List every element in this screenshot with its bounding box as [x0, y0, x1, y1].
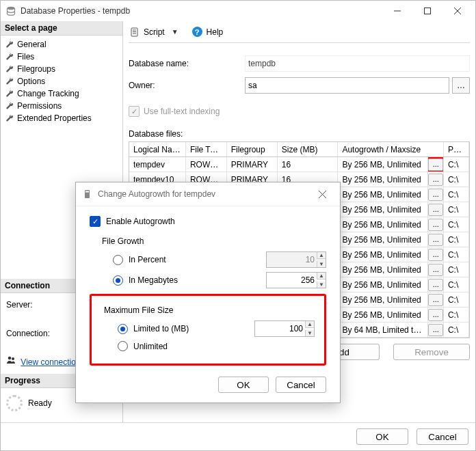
svg-point-5: [8, 357, 12, 360]
cell-path: C:\: [443, 262, 468, 277]
table-row[interactable]: tempdevROWS...PRIMARY16By 256 MB, Unlimi…: [129, 157, 469, 172]
cell-path: C:\: [443, 277, 468, 292]
autogrowth-edit-button[interactable]: ...: [428, 204, 443, 216]
sidebar-item-label: Permissions: [17, 101, 62, 111]
autogrowth-edit-button[interactable]: ...: [428, 249, 443, 261]
fulltext-checkbox: ✓ Use full-text indexing: [129, 106, 470, 117]
ok-button[interactable]: OK: [356, 428, 408, 445]
cell-autogrowth: By 64 MB, Limited to 2...: [338, 323, 428, 338]
percent-radio[interactable]: [113, 255, 123, 265]
people-icon: [6, 355, 16, 365]
cell-autogrowth: By 256 MB, Unlimited: [338, 157, 428, 172]
svg-point-0: [8, 7, 15, 10]
sidebar-item-change-tracking[interactable]: Change Tracking: [3, 87, 120, 100]
col-logical-name[interactable]: Logical Name: [129, 142, 185, 157]
cell-autogrowth: By 256 MB, Unlimited: [338, 232, 428, 247]
cell-path: C:\: [443, 232, 468, 247]
col-filegroup[interactable]: Filegroup: [226, 142, 277, 157]
cell-path: C:\: [443, 292, 468, 308]
remove-button[interactable]: Remove: [393, 344, 470, 360]
wrench-icon: [5, 113, 14, 123]
spin-up-icon[interactable]: ▲: [317, 273, 326, 279]
col-size[interactable]: Size (MB): [277, 142, 338, 157]
spin-up-icon: ▲: [317, 252, 326, 259]
unlimited-radio[interactable]: [118, 341, 128, 351]
fulltext-label: Use full-text indexing: [144, 107, 220, 116]
wrench-icon: [5, 89, 14, 98]
cell-path: C:\: [443, 217, 468, 232]
cell-autogrowth: By 256 MB, Unlimited: [338, 187, 428, 202]
sidebar-item-general[interactable]: General: [3, 38, 120, 51]
dialog-cancel-button[interactable]: Cancel: [276, 377, 326, 393]
enable-autogrowth-checkbox[interactable]: ✓ Enable Autogrowth: [90, 216, 326, 227]
autogrowth-edit-button[interactable]: ...: [428, 219, 443, 231]
autogrowth-edit-button[interactable]: ...: [428, 309, 443, 321]
owner-field[interactable]: [245, 77, 449, 94]
cancel-button[interactable]: Cancel: [416, 428, 468, 445]
autogrowth-edit-button[interactable]: ...: [428, 279, 443, 291]
svg-rect-2: [425, 8, 431, 14]
sidebar-item-label: Options: [17, 77, 45, 86]
wrench-icon: [5, 40, 14, 49]
wrench-icon: [5, 77, 14, 86]
autogrowth-edit-button[interactable]: ...: [428, 159, 443, 171]
megabytes-label: In Megabytes: [129, 275, 178, 285]
maximize-button[interactable]: [412, 1, 442, 20]
cell-file-type: ROWS...: [185, 157, 226, 172]
spin-up-icon[interactable]: ▲: [305, 321, 314, 328]
cell-autogrowth: By 256 MB, Unlimited: [338, 202, 428, 217]
toolbar: Script ▼ ? Help: [129, 27, 470, 43]
svg-point-6: [12, 357, 14, 360]
cell-autogrowth: By 256 MB, Unlimited: [338, 247, 428, 262]
unlimited-label: Unlimited: [133, 342, 168, 351]
script-icon: [130, 27, 140, 37]
dialog-close-button[interactable]: [311, 184, 333, 204]
cell-path: C:\: [443, 172, 468, 187]
autogrowth-edit-button[interactable]: ...: [428, 264, 443, 276]
col-path[interactable]: Path: [443, 142, 468, 157]
spin-down-icon[interactable]: ▼: [317, 282, 326, 288]
cell-path: C:\: [443, 187, 468, 202]
script-button[interactable]: Script: [144, 27, 165, 37]
dialog-ok-button[interactable]: OK: [218, 377, 269, 393]
sidebar-item-files[interactable]: Files: [3, 51, 120, 63]
cell-path: C:\: [443, 157, 468, 172]
view-connection-link[interactable]: View connectio: [21, 357, 76, 367]
autogrowth-edit-button[interactable]: ...: [428, 174, 443, 186]
autogrowth-edit-button[interactable]: ...: [428, 294, 443, 306]
sidebar-item-filegroups[interactable]: Filegroups: [3, 63, 120, 75]
page-nav: GeneralFilesFilegroupsOptionsChange Trac…: [1, 36, 122, 127]
svg-rect-12: [85, 191, 89, 193]
autogrowth-edit-button[interactable]: ...: [428, 234, 443, 246]
help-icon: ?: [192, 27, 202, 37]
sidebar-item-label: Change Tracking: [17, 89, 79, 98]
enable-autogrowth-label: Enable Autogrowth: [106, 217, 175, 226]
check-icon: ✓: [129, 106, 140, 117]
cell-filegroup: PRIMARY: [226, 157, 277, 172]
col-autogrowth[interactable]: Autogrowth / Maxsize: [338, 142, 444, 157]
sidebar-item-options[interactable]: Options: [3, 75, 120, 87]
cell-path: C:\: [443, 323, 468, 338]
sidebar-item-extended-properties[interactable]: Extended Properties: [3, 112, 120, 124]
autogrowth-edit-button[interactable]: ...: [428, 189, 443, 201]
limited-radio[interactable]: [118, 324, 128, 334]
owner-label: Owner:: [129, 81, 245, 90]
cell-logical-name: tempdev: [129, 157, 185, 172]
dbname-field: [245, 55, 470, 72]
close-button[interactable]: [442, 1, 473, 20]
autogrowth-edit-button[interactable]: ...: [428, 324, 443, 336]
minimize-button[interactable]: [382, 1, 412, 20]
owner-browse-button[interactable]: …: [452, 77, 470, 94]
megabytes-radio[interactable]: [113, 275, 123, 286]
wrench-icon: [5, 52, 14, 62]
sidebar-item-label: Extended Properties: [17, 113, 92, 123]
spin-down-icon[interactable]: ▼: [305, 330, 314, 336]
titlebar: Database Properties - tempdb: [1, 1, 475, 21]
dialog-title: Change Autogrowth for tempdev: [98, 189, 311, 199]
spinner-icon: [6, 395, 23, 411]
col-file-type[interactable]: File Type: [185, 142, 226, 157]
script-dropdown[interactable]: ▼: [172, 28, 178, 36]
limited-label: Limited to (MB): [133, 324, 189, 333]
help-button[interactable]: Help: [207, 27, 224, 37]
sidebar-item-permissions[interactable]: Permissions: [3, 100, 120, 112]
